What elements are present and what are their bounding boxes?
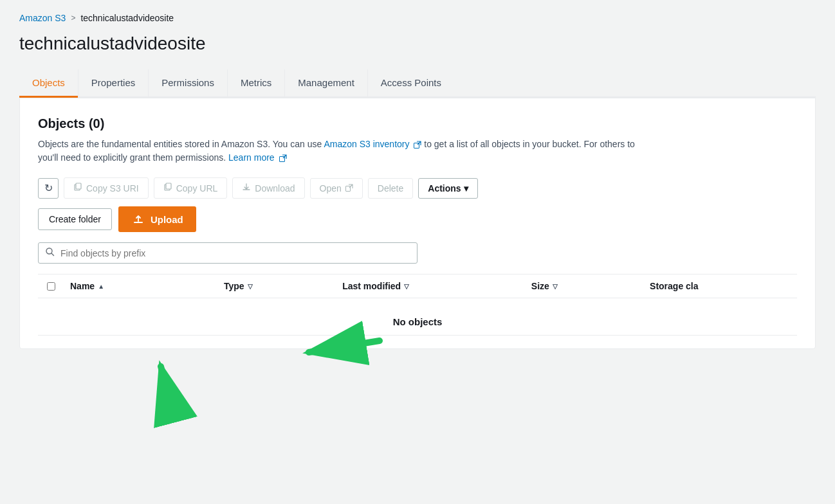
table-header: Name ▲ Type ▽ Last modified ▽ Size ▽ Sto…: [38, 274, 797, 298]
breadcrumb-current: technicalustadvideosite: [80, 13, 174, 23]
tab-objects[interactable]: Objects: [19, 69, 78, 98]
search-row: [38, 242, 797, 264]
breadcrumb-separator: >: [71, 14, 75, 22]
upload-icon: [131, 212, 145, 226]
open-label: Open: [320, 183, 342, 194]
th-size-sort-icon: ▽: [553, 283, 558, 290]
svg-rect-3: [76, 183, 81, 189]
copy-url-icon: [163, 183, 172, 194]
download-label: Download: [255, 183, 295, 194]
no-objects-message: No objects: [38, 298, 797, 336]
description-text-2: to get a list of all objects in your buc…: [424, 139, 635, 149]
toolbar-row-1: ↻ Copy S3 URI Copy URL: [38, 177, 797, 199]
external-link-icon: [414, 141, 421, 148]
inventory-link[interactable]: Amazon S3 inventory: [324, 139, 409, 149]
upload-label: Upload: [151, 214, 183, 225]
tab-metrics[interactable]: Metrics: [227, 69, 284, 98]
upload-button[interactable]: Upload: [118, 206, 196, 232]
open-button[interactable]: Open: [310, 178, 363, 199]
search-box: [38, 242, 418, 264]
th-size[interactable]: Size ▽: [525, 281, 643, 291]
tabs-container: Objects Properties Permissions Metrics M…: [19, 69, 816, 98]
th-last-modified[interactable]: Last modified ▽: [336, 281, 525, 291]
select-all-checkbox[interactable]: [47, 282, 55, 291]
copy-s3-uri-button[interactable]: Copy S3 URI: [64, 177, 149, 199]
copy-s3-uri-icon: [73, 183, 82, 194]
th-type-sort-icon: ▽: [248, 283, 253, 290]
download-button[interactable]: Download: [232, 177, 304, 199]
create-folder-label: Create folder: [49, 214, 101, 224]
copy-s3-uri-label: Copy S3 URI: [86, 183, 139, 194]
th-modified-label: Last modified: [342, 281, 401, 291]
delete-label: Delete: [378, 183, 403, 194]
objects-panel: Objects (0) Objects are the fundamental …: [19, 98, 816, 349]
copy-url-button[interactable]: Copy URL: [154, 177, 228, 199]
tab-management[interactable]: Management: [284, 69, 367, 98]
th-storage-label: Storage cla: [650, 281, 698, 291]
search-icon: [45, 247, 55, 259]
panel-title: Objects (0): [38, 116, 797, 131]
description-text-1: Objects are the fundamental entities sto…: [38, 139, 324, 149]
th-name-label: Name: [70, 281, 95, 291]
breadcrumb-link-s3[interactable]: Amazon S3: [19, 13, 66, 23]
copy-url-label: Copy URL: [176, 183, 218, 194]
create-folder-button[interactable]: Create folder: [38, 208, 112, 230]
th-modified-sort-icon: ▽: [404, 283, 409, 290]
refresh-button[interactable]: ↻: [38, 178, 59, 199]
refresh-icon: ↻: [44, 182, 53, 194]
sort-asc-icon: ▲: [98, 283, 104, 290]
tab-permissions[interactable]: Permissions: [148, 69, 227, 98]
description-text-3: you'll need to explicitly grant them per…: [38, 152, 228, 163]
tab-properties[interactable]: Properties: [78, 69, 148, 98]
th-name[interactable]: Name ▲: [64, 281, 217, 291]
tab-access-points[interactable]: Access Points: [367, 69, 454, 98]
delete-button[interactable]: Delete: [368, 178, 413, 199]
page-title: technicalustadvideosite: [19, 33, 816, 54]
toolbar-row-2: Create folder Upload: [38, 206, 797, 232]
search-input[interactable]: [60, 248, 410, 258]
table-checkbox-header[interactable]: [38, 282, 64, 291]
open-external-icon: [345, 183, 353, 194]
th-type-label: Type: [224, 281, 244, 291]
actions-label: Actions ▾: [428, 183, 468, 194]
breadcrumb: Amazon S3 > technicalustadvideosite: [19, 13, 816, 23]
learn-more-external-icon: [279, 154, 287, 162]
panel-description: Objects are the fundamental entities sto…: [38, 138, 797, 165]
svg-rect-7: [134, 222, 143, 223]
th-type[interactable]: Type ▽: [217, 281, 336, 291]
svg-rect-5: [166, 183, 171, 189]
learn-more-link[interactable]: Learn more: [228, 152, 275, 163]
th-storage-class[interactable]: Storage cla: [643, 281, 797, 291]
download-icon: [242, 183, 251, 194]
actions-button[interactable]: Actions ▾: [418, 178, 477, 199]
svg-rect-6: [345, 186, 350, 191]
th-size-label: Size: [531, 281, 549, 291]
